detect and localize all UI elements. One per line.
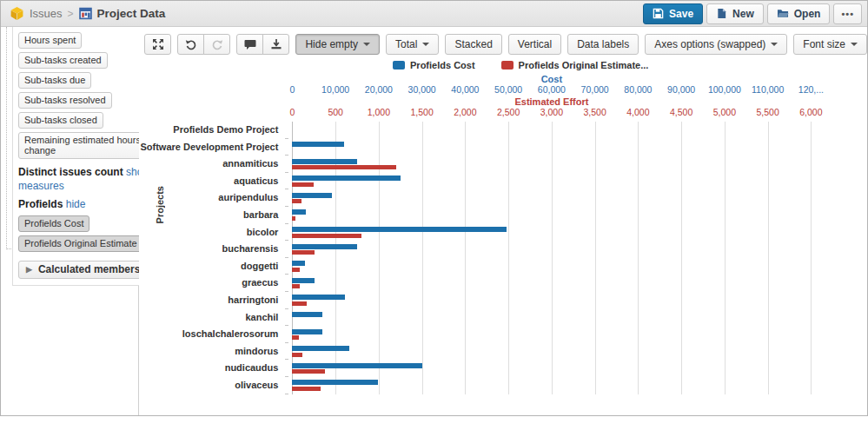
bar-effort[interactable] — [292, 353, 302, 357]
bar-cost[interactable] — [292, 346, 348, 351]
row-bars — [285, 377, 804, 394]
redo-button[interactable] — [203, 34, 230, 55]
vertical-button[interactable]: Vertical — [508, 34, 561, 55]
bar-cost[interactable] — [292, 209, 306, 215]
bar-cost[interactable] — [292, 227, 507, 232]
fullscreen-button[interactable] — [144, 34, 171, 55]
bar-cost[interactable] — [292, 278, 315, 283]
category-label[interactable]: nudicaudus — [139, 360, 285, 377]
category-label[interactable]: loschalchalerosorum — [139, 326, 285, 343]
bar-cost[interactable] — [292, 312, 322, 317]
bar-cost[interactable] — [292, 244, 357, 249]
bar-effort[interactable] — [292, 250, 315, 255]
bar-cost[interactable] — [292, 159, 357, 164]
tick-label: 2,000 — [454, 107, 476, 117]
undo-button[interactable] — [177, 34, 204, 55]
category-label[interactable]: Software Development Project — [139, 139, 285, 156]
row-bars — [285, 122, 804, 139]
tick-label: 4,500 — [670, 107, 692, 117]
bar-cost[interactable] — [292, 142, 344, 147]
measure-tag[interactable]: Sub-tasks resolved — [18, 92, 112, 109]
comment-button[interactable] — [236, 34, 263, 55]
chart-button-label: Total — [395, 38, 417, 50]
legend-swatch-cost — [393, 61, 405, 70]
chart-row: aquaticus — [139, 173, 867, 190]
profields-hide-link[interactable]: hide — [66, 198, 86, 210]
data-labels-button[interactable]: Data labels — [567, 34, 639, 55]
font-size-button[interactable]: Font size — [793, 34, 867, 55]
category-label[interactable]: bicolor — [139, 224, 285, 242]
bar-effort[interactable] — [292, 165, 395, 169]
calculated-members-label: Calculated members — [38, 263, 140, 275]
tick-label: 30,000 — [408, 84, 436, 95]
category-label[interactable]: doggetti — [139, 258, 285, 275]
bar-effort[interactable] — [292, 216, 295, 221]
measure-tag[interactable]: Sub-tasks created — [18, 52, 108, 69]
tick-label: 0 — [289, 107, 295, 117]
bar-effort[interactable] — [292, 199, 301, 203]
chart-row: Profields Demo Project — [139, 122, 867, 139]
measure-tag[interactable]: Hours spent — [18, 32, 82, 49]
legend-item-effort[interactable]: Profields Original Estimate... — [501, 60, 649, 70]
legend-item-cost[interactable]: Profields Cost — [393, 60, 475, 70]
tick-label: 40,000 — [451, 84, 479, 95]
measure-tag[interactable]: Sub-tasks closed — [18, 112, 103, 129]
open-button[interactable]: Open — [767, 3, 831, 24]
download-button[interactable] — [262, 34, 289, 55]
bar-cost[interactable] — [292, 261, 305, 266]
bar-cost[interactable] — [292, 193, 332, 198]
bar-cost[interactable] — [292, 329, 322, 334]
bar-effort[interactable] — [292, 234, 361, 238]
comment-bubble-icon — [244, 39, 256, 50]
cost-axis-ticks: 010,00020,00030,00040,00050,00060,00070,… — [292, 84, 811, 96]
category-label[interactable]: mindorus — [139, 343, 285, 361]
category-label[interactable]: graecus — [139, 275, 285, 292]
tick-label: 70,000 — [581, 84, 609, 95]
category-label[interactable]: annamiticus — [139, 156, 285, 173]
report-table-icon — [79, 7, 92, 20]
bar-effort[interactable] — [292, 335, 299, 340]
bar-effort[interactable] — [292, 387, 321, 391]
selected-measure-tag[interactable]: Profields Cost — [18, 215, 89, 232]
bar-effort[interactable] — [292, 369, 325, 374]
category-label[interactable]: kanchil — [139, 309, 285, 327]
row-bars — [285, 189, 804, 207]
hide-empty-button[interactable]: Hide empty — [295, 34, 380, 55]
row-bars — [285, 207, 804, 224]
axes-options-swapped-button[interactable]: Axes options (swapped) — [645, 34, 787, 55]
bar-effort[interactable] — [292, 284, 300, 288]
measure-tag[interactable]: Remaining estimated hours change — [18, 132, 154, 159]
tick-label: 1,500 — [411, 107, 434, 117]
bar-cost[interactable] — [292, 363, 421, 368]
more-actions-button[interactable]: ••• — [833, 3, 862, 24]
bar-effort[interactable] — [292, 301, 307, 306]
category-label[interactable]: Profields Demo Project — [139, 122, 285, 139]
row-bars — [285, 139, 804, 156]
total-button[interactable]: Total — [386, 34, 439, 55]
category-rows: Profields Demo ProjectSoftware Developme… — [139, 122, 867, 394]
bar-cost[interactable] — [292, 175, 400, 181]
save-button[interactable]: Save — [643, 3, 703, 24]
bar-effort[interactable] — [292, 182, 314, 187]
breadcrumb-app[interactable]: Issues — [30, 7, 63, 20]
chart-button-label: Vertical — [518, 38, 552, 50]
tick-label: 500 — [328, 107, 343, 117]
undo-icon — [185, 38, 197, 50]
chart-button-label: Font size — [803, 38, 845, 50]
tick-label: 120,... — [798, 84, 824, 95]
measure-tag[interactable]: Sub-tasks due — [18, 72, 91, 89]
bar-effort[interactable] — [292, 268, 300, 272]
new-button[interactable]: New — [706, 3, 764, 24]
stacked-button[interactable]: Stacked — [445, 34, 501, 55]
category-label[interactable]: olivaceus — [139, 377, 285, 394]
y-axis-title: Projects — [155, 186, 165, 223]
bar-cost[interactable] — [292, 380, 378, 385]
chart-row: graecus — [139, 275, 867, 292]
tick-label: 60,000 — [538, 84, 566, 95]
category-label[interactable]: harringtoni — [139, 292, 285, 309]
tick-label: 80,000 — [624, 84, 652, 95]
redo-icon — [211, 38, 223, 50]
chart-row: harringtoni — [139, 292, 867, 309]
category-label[interactable]: bucharensis — [139, 241, 285, 258]
bar-cost[interactable] — [292, 295, 344, 300]
